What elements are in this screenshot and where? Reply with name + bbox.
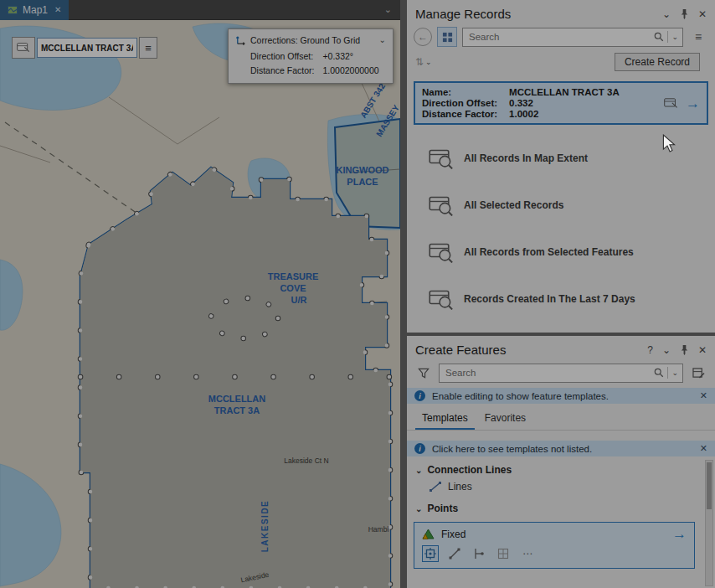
map-label-lakeside-ct: Lakeside Ct N [284, 456, 328, 465]
vertices-tool-icon [473, 548, 485, 560]
tool-line-button[interactable] [446, 545, 463, 562]
panel-chevron-down-icon[interactable]: ⌄ [662, 9, 671, 19]
record-card-fields: Name: MCCLELLAN TRACT 3A Direction Offse… [422, 87, 620, 119]
map-label-mcclellan: MCCLELLAN [208, 394, 265, 404]
create-features-panel: Create Features ? ⌄ ✕ [407, 336, 715, 588]
menu-icon: ≡ [145, 42, 152, 54]
banner-close-icon[interactable]: ✕ [700, 443, 707, 454]
section-points[interactable]: ⌄ Points [407, 495, 715, 516]
list-item[interactable]: All Selected Records [407, 182, 715, 229]
ground-to-grid-icon [235, 34, 246, 45]
section-connection-lines[interactable]: ⌄ Connection Lines [407, 456, 715, 477]
open-record-arrow-icon[interactable]: → [686, 96, 700, 111]
divider [667, 31, 668, 43]
panel-close-icon[interactable]: ✕ [698, 9, 707, 19]
ellipsis-icon: ⋯ [522, 548, 532, 560]
menu-icon: ≡ [695, 30, 702, 44]
records-search-icon [429, 195, 454, 216]
map-label-hamblen: Hambl [368, 525, 389, 534]
search-dropdown-icon[interactable]: ⌄ [671, 369, 678, 377]
help-icon[interactable]: ? [647, 345, 653, 355]
list-item[interactable]: Records Created In The Last 7 Days [407, 276, 715, 322]
manage-templates-icon [692, 367, 705, 379]
template-card-label: Fixed [441, 529, 466, 540]
section-label: Connection Lines [427, 464, 512, 476]
filter-icon [418, 368, 430, 379]
records-search-icon [429, 289, 454, 310]
banner-close-icon[interactable]: ✕ [700, 390, 707, 401]
corrections-values: Direction Offset: +0.332° Distance Facto… [250, 51, 386, 75]
manage-records-actions: ⇅ ⌄ Create Record [407, 49, 715, 73]
corrections-collapse-icon[interactable]: ⌄ [379, 35, 386, 44]
search-dropdown-icon[interactable]: ⌄ [671, 33, 678, 41]
section-label: Points [427, 503, 458, 514]
scrollbar-thumb[interactable] [707, 462, 712, 509]
map-viewport[interactable]: TREASURE COVE U/R MCCLELLAN TRACT 3A KIN… [0, 20, 400, 588]
view-tab-bar: Map1 ✕ ⌄ [0, 0, 400, 20]
filter-button[interactable] [414, 363, 434, 383]
grid-view-icon [442, 32, 453, 43]
tab-map1-label: Map1 [23, 4, 48, 16]
tool-more-button[interactable]: ⋯ [519, 545, 536, 562]
records-search-icon [429, 148, 454, 169]
sort-button[interactable]: ⇅ ⌄ [415, 56, 432, 68]
manage-records-header: Manage Records ⌄ ✕ [407, 0, 715, 24]
map-canvas[interactable]: TREASURE COVE U/R MCCLELLAN TRACT 3A KIN… [0, 20, 400, 588]
active-record-card[interactable]: Name: MCCLELLAN TRACT 3A Direction Offse… [414, 81, 708, 125]
list-item-label: All Selected Records [464, 199, 563, 211]
tool-grid-button[interactable] [495, 545, 512, 562]
create-features-search-input[interactable] [444, 367, 651, 379]
panel-menu-button[interactable]: ≡ [688, 27, 708, 47]
pin-icon[interactable] [680, 8, 689, 19]
info-icon: i [414, 443, 425, 454]
list-item[interactable]: All Records In Map Extent [407, 135, 715, 182]
tool-point-button[interactable] [422, 545, 439, 562]
map-selected-boundary [80, 168, 390, 588]
editing-info-text[interactable]: Enable editing to show feature templates… [432, 391, 609, 401]
search-icon[interactable] [654, 32, 664, 42]
tab-templates[interactable]: Templates [415, 410, 475, 430]
template-card-fixed[interactable]: Fixed → [414, 522, 695, 569]
sort-dropdown-icon: ⌄ [425, 58, 432, 66]
manage-records-search-input[interactable] [467, 31, 651, 43]
record-distance-factor-value: 1.0002 [509, 109, 620, 119]
map-label-treasure: TREASURE [268, 271, 319, 281]
tabbar-chevron-down-icon[interactable]: ⌄ [384, 4, 392, 15]
records-view-button[interactable] [437, 27, 457, 47]
create-record-button[interactable]: Create Record [615, 53, 700, 71]
divider [667, 367, 668, 379]
templates-notice-text[interactable]: Click here to see templates not listed. [432, 444, 592, 454]
panel-chevron-down-icon[interactable]: ⌄ [662, 345, 671, 355]
back-button[interactable]: ← [414, 28, 432, 46]
search-icon[interactable] [654, 368, 664, 378]
template-item-lines[interactable]: Lines [407, 477, 715, 495]
info-icon: i [414, 390, 425, 401]
tab-close-icon[interactable]: ✕ [54, 5, 61, 14]
templates-scrollbar[interactable] [705, 460, 713, 586]
panel-close-icon[interactable]: ✕ [698, 345, 707, 355]
section-chevron-icon: ⌄ [415, 504, 422, 513]
template-tools: ⋯ [414, 543, 694, 568]
distance-factor-value: 1.0002000000 [322, 65, 386, 75]
manage-templates-button[interactable] [688, 363, 708, 383]
active-record-input[interactable] [37, 38, 137, 58]
record-direction-offset-value: 0.332 [509, 98, 620, 108]
create-features-toolbar: ⌄ [407, 360, 715, 385]
templates-notice-banner: i Click here to see templates not listed… [407, 441, 715, 456]
list-item[interactable]: All Records from Selected Features [407, 229, 715, 276]
template-arrow-icon[interactable]: → [672, 527, 687, 541]
tab-map1[interactable]: Map1 ✕ [0, 0, 69, 20]
tab-favorites[interactable]: Favorites [478, 410, 532, 430]
template-item-label: Lines [448, 481, 472, 493]
map-pane: Map1 ✕ ⌄ [0, 0, 400, 588]
create-features-search[interactable]: ⌄ [439, 364, 683, 383]
tool-vertices-button[interactable] [471, 545, 487, 562]
svg-text:TRACT 3A: TRACT 3A [214, 405, 260, 415]
direction-offset-label: Direction Offset: [250, 51, 314, 61]
pin-icon[interactable] [680, 344, 689, 355]
record-menu-button[interactable]: ≡ [139, 37, 157, 59]
active-record-button[interactable] [12, 37, 35, 59]
manage-records-search[interactable]: ⌄ [462, 28, 683, 47]
point-template-icon [422, 529, 435, 539]
record-name-label: Name: [422, 87, 497, 97]
